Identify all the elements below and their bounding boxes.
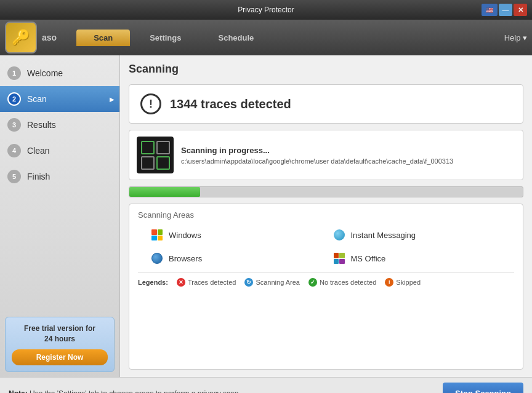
step-2-circle: 2 xyxy=(7,92,21,106)
sidebar-label-results: Results xyxy=(27,120,56,130)
area-label-im: Instant Messaging xyxy=(351,231,416,240)
note-text: Note: Use the 'Settings' tab to choose a… xyxy=(9,388,430,394)
sidebar-item-welcome[interactable]: 1 Welcome xyxy=(0,60,119,86)
step-5-circle: 5 xyxy=(7,170,21,183)
tab-schedule[interactable]: Schedule xyxy=(201,30,272,46)
note-body: Use the 'Settings' tab to choose areas t… xyxy=(30,389,241,394)
scan-status-text: Scanning in progress... xyxy=(181,146,515,155)
legend-dot-red: ✕ xyxy=(177,278,185,287)
close-button[interactable]: ✕ xyxy=(514,4,527,16)
legend-text-skipped: Skipped xyxy=(396,279,421,286)
legend-row: Legends: ✕ Traces detected ↻ Scanning Ar… xyxy=(138,272,514,287)
sidebar-item-finish[interactable]: 5 Finish xyxy=(0,164,119,189)
step-3-circle: 3 xyxy=(7,118,21,132)
scan-icon-cell-2 xyxy=(156,141,170,154)
scan-progress-area: Scanning in progress... c:\users\admin\a… xyxy=(129,130,523,180)
sidebar-label-finish: Finish xyxy=(27,172,50,181)
scanning-areas-title: Scanning Areas xyxy=(138,210,514,220)
help-button[interactable]: Help ▾ xyxy=(504,33,527,42)
logo-text: aso xyxy=(42,33,57,42)
scan-icon-cell-4 xyxy=(156,156,170,170)
warning-icon: ! xyxy=(140,93,161,114)
title-bar: Privacy Protector 🇺🇸 — ✕ xyxy=(0,0,532,20)
area-item-windows: Windows xyxy=(150,226,320,244)
legend-text-scanning: Scanning Area xyxy=(256,279,300,286)
nav-tabs: Scan Settings Schedule xyxy=(76,30,271,46)
legend-no-traces: ✓ No traces detected xyxy=(308,278,376,287)
register-button[interactable]: Register Now xyxy=(12,349,108,365)
area-item-msoffice: MS Office xyxy=(332,249,502,268)
area-label-browsers: Browsers xyxy=(169,254,202,263)
im-icon xyxy=(332,228,346,242)
sidebar-item-clean[interactable]: 4 Clean xyxy=(0,138,119,164)
scan-info: Scanning in progress... c:\users\admin\a… xyxy=(181,146,515,165)
area-item-im: Instant Messaging xyxy=(332,226,502,244)
sidebar-item-results[interactable]: 3 Results xyxy=(0,112,119,138)
note-prefix: Note: xyxy=(9,389,28,394)
sidebar: 1 Welcome 2 Scan 3 Results 4 Clean 5 Fin… xyxy=(0,55,120,377)
traces-count: 1344 traces detected xyxy=(170,97,291,111)
legend-scanning-area: ↻ Scanning Area xyxy=(244,278,300,287)
legend-text-notraces: No traces detected xyxy=(320,279,376,286)
app-logo-icon: 🔑 xyxy=(5,22,37,54)
bottom-bar: Note: Use the 'Settings' tab to choose a… xyxy=(0,377,532,393)
logo-area: 🔑 aso xyxy=(5,22,57,54)
windows-icon xyxy=(150,228,164,242)
toolbar: 🔑 aso Scan Settings Schedule Help ▾ xyxy=(0,20,532,55)
legend-label: Legends: xyxy=(138,279,168,286)
content-area: Scanning ! 1344 traces detected Scanning… xyxy=(120,55,532,377)
sidebar-label-welcome: Welcome xyxy=(27,68,63,78)
progress-bar-fill xyxy=(129,187,200,197)
legend-traces-detected: ✕ Traces detected xyxy=(177,278,236,287)
traces-detected-box: ! 1344 traces detected xyxy=(129,84,523,124)
sidebar-item-scan[interactable]: 2 Scan xyxy=(0,86,119,112)
minimize-button[interactable]: — xyxy=(499,4,512,16)
tab-scan[interactable]: Scan xyxy=(76,30,130,46)
legend-text-traces: Traces detected xyxy=(188,279,236,286)
title-controls: 🇺🇸 — ✕ xyxy=(482,4,527,16)
page-title: Scanning xyxy=(129,63,523,76)
sidebar-spacer xyxy=(0,189,119,312)
step-4-circle: 4 xyxy=(7,144,21,157)
scan-path-text: c:\users\admin\appdata\local\google\chro… xyxy=(181,157,515,165)
flag-button[interactable]: 🇺🇸 xyxy=(482,4,498,16)
scanning-areas-box: Scanning Areas Windows xyxy=(129,204,523,370)
legend-dot-green: ✓ xyxy=(308,278,317,287)
area-label-msoffice: MS Office xyxy=(351,254,386,263)
msoffice-icon xyxy=(332,252,346,265)
legend-dot-orange: ! xyxy=(385,278,393,287)
trial-box: Free trial version for24 hours Register … xyxy=(5,317,115,372)
legend-dot-blue: ↻ xyxy=(244,278,253,287)
sidebar-label-clean: Clean xyxy=(27,146,50,156)
scan-icon-cell-3 xyxy=(141,156,155,170)
scan-animation-icon xyxy=(137,137,174,173)
progress-bar xyxy=(129,186,523,197)
main-layout: 1 Welcome 2 Scan 3 Results 4 Clean 5 Fin… xyxy=(0,55,532,377)
browsers-icon xyxy=(150,252,164,265)
step-1-circle: 1 xyxy=(7,66,21,80)
scan-icon-cell-1 xyxy=(141,141,155,154)
area-label-windows: Windows xyxy=(169,231,201,240)
legend-skipped: ! Skipped xyxy=(385,278,421,287)
sidebar-label-scan: Scan xyxy=(27,94,47,104)
areas-grid: Windows Instant Messaging Browsers xyxy=(138,226,514,268)
title-bar-title: Privacy Protector xyxy=(238,6,294,14)
area-item-browsers: Browsers xyxy=(150,249,320,268)
scan-icon-grid xyxy=(141,141,170,170)
trial-text: Free trial version for24 hours xyxy=(12,324,108,344)
tab-settings[interactable]: Settings xyxy=(132,30,198,46)
stop-scanning-button[interactable]: Stop Scanning xyxy=(443,383,523,393)
